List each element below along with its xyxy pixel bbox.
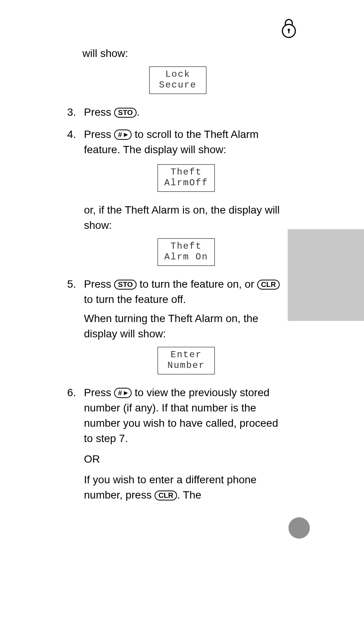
display-line: Theft	[158, 167, 214, 178]
section-tab	[288, 229, 364, 321]
display-line: Lock	[150, 69, 206, 80]
text: .	[137, 106, 140, 118]
display-line: Number	[158, 360, 214, 371]
page-number-dot	[288, 517, 310, 539]
lock-icon	[280, 18, 297, 40]
step-4: Press # ▸ to scroll to the Theft Alarm f…	[67, 127, 288, 266]
hash-scroll-button-icon: # ▸	[114, 388, 132, 398]
text: If you wish to enter a different phone n…	[84, 472, 288, 503]
hash-scroll-button-icon: # ▸	[114, 130, 132, 140]
step-6: Press # ▸ to view the previously stored …	[67, 385, 288, 503]
text: Press	[84, 128, 114, 140]
display-line: Secure	[150, 80, 206, 91]
display-theft-alrm-on: Theft Alrm On	[158, 238, 215, 266]
or-text: OR	[84, 452, 288, 467]
instruction-content: will show: Lock Secure Press STO. Press …	[67, 47, 288, 510]
svg-rect-2	[288, 30, 290, 33]
display-line: Enter	[158, 350, 214, 360]
text: Press	[84, 387, 114, 398]
clr-button-icon: CLR	[257, 280, 280, 290]
display-line: AlrmOff	[158, 178, 214, 188]
text: or, if the Theft Alarm is on, the displa…	[84, 202, 288, 233]
text: Press	[84, 278, 114, 290]
sto-button-icon: STO	[114, 280, 137, 290]
text: When turning the Theft Alarm on, the dis…	[84, 311, 288, 342]
display-lock-secure: Lock Secure	[149, 66, 206, 94]
intro-text: will show:	[82, 47, 288, 60]
step-5: Press STO to turn the feature on, or CLR…	[67, 277, 288, 374]
display-line: Theft	[158, 241, 214, 252]
step-3: Press STO.	[67, 105, 288, 120]
display-theft-alrm-off: Theft AlrmOff	[158, 164, 215, 192]
text: to turn the feature on, or	[137, 278, 257, 290]
clr-button-icon: CLR	[155, 491, 177, 500]
text: to turn the feature off.	[84, 293, 186, 305]
display-line: Alrm On	[158, 252, 214, 262]
display-enter-number: Enter Number	[158, 347, 215, 374]
text: Press	[84, 106, 114, 118]
sto-button-icon: STO	[114, 108, 137, 118]
